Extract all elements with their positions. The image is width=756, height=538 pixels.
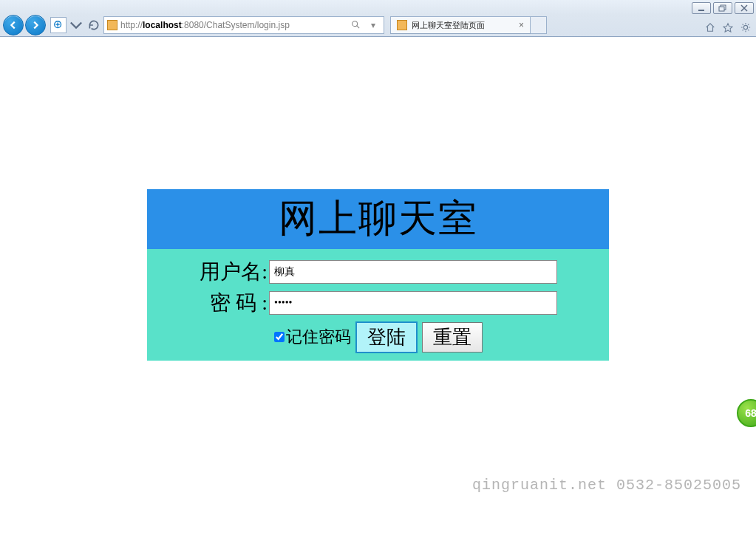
close-icon xyxy=(740,4,749,12)
login-button[interactable]: 登陆 xyxy=(355,321,418,353)
tab-active[interactable]: 网上聊天室登陆页面 × xyxy=(390,16,531,34)
remember-checkbox-label[interactable]: 记住密码 xyxy=(274,326,351,348)
compatibility-button[interactable] xyxy=(50,17,67,33)
back-button[interactable] xyxy=(3,15,24,35)
svg-rect-0 xyxy=(698,10,704,11)
browser-chrome: http://localhost:8080/ChatSystem/login.j… xyxy=(0,0,756,37)
gear-icon xyxy=(740,22,751,33)
window-restore-button[interactable] xyxy=(713,2,732,14)
home-icon xyxy=(705,22,715,33)
username-input[interactable] xyxy=(269,260,557,284)
new-tab-button[interactable] xyxy=(531,16,547,34)
dropdown-icon[interactable] xyxy=(69,18,83,32)
remember-checkbox[interactable] xyxy=(274,332,285,342)
svg-point-5 xyxy=(743,25,747,29)
window-close-button[interactable] xyxy=(735,2,754,14)
remember-text: 记住密码 xyxy=(286,326,351,348)
arrow-right-icon xyxy=(30,20,41,30)
username-row: 用户名: xyxy=(147,258,609,286)
password-row: 密 码 : xyxy=(147,289,609,317)
arrow-left-icon xyxy=(8,20,18,30)
favorites-button[interactable] xyxy=(722,21,734,33)
address-search-icon[interactable] xyxy=(348,20,363,31)
minimize-icon xyxy=(697,4,706,12)
star-icon xyxy=(723,22,733,33)
tools-button[interactable] xyxy=(740,21,752,33)
reload-icon xyxy=(87,18,101,32)
address-bar[interactable]: http://localhost:8080/ChatSystem/login.j… xyxy=(103,16,384,34)
login-panel: 网上聊天室 用户名: 密 码 : 记住密码 登陆 重置 xyxy=(147,189,609,361)
watermark-text: qingruanit.net 0532-85025005 xyxy=(472,477,741,494)
password-input[interactable] xyxy=(269,291,557,315)
login-title: 网上聊天室 xyxy=(147,189,609,249)
nav-row: http://localhost:8080/ChatSystem/login.j… xyxy=(3,16,547,35)
magnify-plus-icon xyxy=(53,20,64,30)
svg-point-4 xyxy=(353,21,358,26)
forward-button[interactable] xyxy=(25,15,46,35)
window-minimize-button[interactable] xyxy=(692,2,711,14)
tab-close-button[interactable]: × xyxy=(519,20,524,30)
password-label: 密 码 : xyxy=(147,289,269,317)
svg-rect-2 xyxy=(719,7,724,11)
chrome-right-icons xyxy=(704,21,752,33)
username-label: 用户名: xyxy=(147,258,269,286)
tab-title: 网上聊天室登陆页面 xyxy=(412,20,514,31)
address-dropdown-icon[interactable]: ▾ xyxy=(366,20,381,30)
reload-button[interactable] xyxy=(87,18,101,32)
window-controls xyxy=(692,2,754,14)
tab-favicon-icon xyxy=(397,20,407,30)
tab-strip: 网上聊天室登陆页面 × xyxy=(390,16,547,34)
floating-badge[interactable]: 68 xyxy=(737,399,756,427)
home-button[interactable] xyxy=(704,21,716,33)
reset-button[interactable]: 重置 xyxy=(422,322,483,353)
login-form: 用户名: 密 码 : 记住密码 登陆 重置 xyxy=(147,249,609,361)
address-favicon-icon xyxy=(107,20,118,30)
address-url: http://localhost:8080/ChatSystem/login.j… xyxy=(120,20,345,30)
page-content: 网上聊天室 用户名: 密 码 : 记住密码 登陆 重置 qingruanit.n… xyxy=(0,37,756,538)
restore-icon xyxy=(718,4,727,12)
controls-row: 记住密码 登陆 重置 xyxy=(147,321,609,353)
